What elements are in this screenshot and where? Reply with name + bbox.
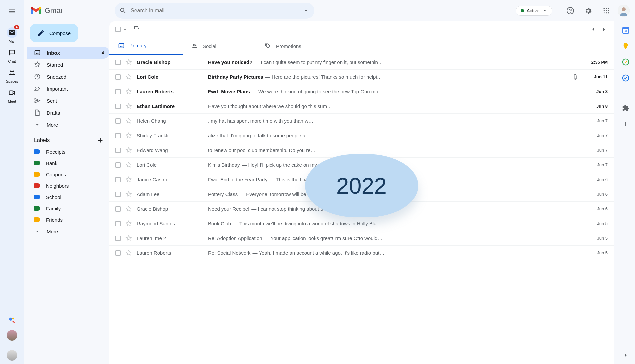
star-button[interactable] [125,176,132,183]
email-row[interactable]: Helen Chang , my hat has spent more time… [109,114,614,128]
star-button[interactable] [125,220,132,227]
collapse-side-panel[interactable] [622,351,630,359]
star-button[interactable] [125,206,132,212]
presence-avatar-2[interactable] [7,350,17,361]
star-button[interactable] [125,147,132,154]
star-button[interactable] [125,88,132,95]
star-button[interactable] [125,162,132,168]
menu-button[interactable] [4,3,20,19]
nav-starred[interactable]: Starred [27,59,109,71]
addons-app[interactable] [622,104,630,112]
subject-snippet: Fwd: Movie Plans — We were thinking of g… [208,89,580,94]
nav-snoozed[interactable]: Snoozed [27,71,109,83]
help-button[interactable] [564,4,577,17]
status-chip[interactable]: Active [516,6,552,16]
star-button[interactable] [125,74,132,80]
email-row[interactable]: Lauren Roberts Re: Social Network — Yeah… [109,246,614,260]
row-checkbox[interactable] [115,221,121,226]
row-checkbox[interactable] [115,118,121,124]
star-button[interactable] [125,235,132,242]
calendar-icon: 31 [622,26,630,34]
apps-button[interactable] [600,4,613,17]
svg-point-23 [266,44,267,45]
sender: Lori Cole [137,74,203,80]
label-bank[interactable]: Bank [27,157,109,169]
nav-important[interactable]: Important [27,83,109,95]
tab-promotions[interactable]: Promotions [256,37,329,55]
add-label-button[interactable] [97,137,104,144]
keep-app[interactable] [622,42,630,50]
label-neighbors[interactable]: Neighbors [27,180,109,191]
labels-header: Labels [34,137,50,143]
nav-drafts[interactable]: Drafts [27,107,109,119]
email-row[interactable]: Gracie Bishop Have you noticed? — I can'… [109,55,614,70]
search-input[interactable] [131,8,298,14]
select-all-checkbox[interactable] [115,27,121,32]
star-button[interactable] [125,59,132,66]
email-row[interactable]: Raymond Santos Book Club — This month we… [109,216,614,231]
star-button[interactable] [125,250,132,256]
menu-icon [8,8,16,15]
mini-rail-meet[interactable]: Meet [2,85,22,105]
tab-social[interactable]: Social [183,37,256,55]
row-checkbox[interactable] [115,133,121,138]
email-row[interactable]: Shirley Frankli alize that. I'm going to… [109,128,614,143]
toolbar [109,21,614,37]
star-icon [125,220,132,227]
nav-inbox[interactable]: Inbox 4 [27,47,109,59]
labels-more[interactable]: More [27,225,109,237]
compose-button[interactable]: Compose [30,24,78,42]
row-checkbox[interactable] [115,89,121,94]
email-row[interactable]: Lori Cole Birthday Party Pictures — Here… [109,70,614,84]
star-button[interactable] [125,118,132,124]
contacts-icon[interactable] [8,317,16,324]
label-school[interactable]: School [27,191,109,203]
next-page-button[interactable] [600,26,608,33]
email-row[interactable]: Ethan Lattimore Have you thought about w… [109,99,614,114]
mini-rail-spaces[interactable]: Spaces [2,65,22,85]
email-row[interactable]: Lauren Roberts Fwd: Movie Plans — We wer… [109,84,614,99]
row-checkbox[interactable] [115,236,121,241]
select-dropdown-icon[interactable] [122,26,128,32]
calendar-app[interactable]: 31 [622,26,630,34]
row-checkbox[interactable] [115,74,121,80]
mini-rail-chat[interactable]: Chat [2,45,22,65]
star-button[interactable] [125,191,132,198]
row-checkbox[interactable] [115,162,121,168]
account-avatar[interactable] [618,5,630,17]
tasks-app[interactable] [622,58,630,66]
prev-page-button[interactable] [590,26,597,33]
row-checkbox[interactable] [115,60,121,65]
search-bar[interactable] [115,3,314,19]
row-checkbox[interactable] [115,177,121,182]
nav-label: Drafts [47,110,60,116]
svg-text:31: 31 [624,29,628,33]
refresh-button[interactable] [133,26,140,33]
nav-more[interactable]: More [27,119,109,131]
star-button[interactable] [125,103,132,110]
star-button[interactable] [125,132,132,139]
label-friends[interactable]: Friends [27,214,109,225]
nav-label: Inbox [47,50,60,56]
chevron-right-icon [622,352,629,359]
search-options-icon[interactable] [302,7,310,14]
label-family[interactable]: Family [27,203,109,214]
logo-area[interactable]: Gmail [27,6,109,15]
row-checkbox[interactable] [115,250,121,256]
label-receipts[interactable]: Receipts [27,146,109,157]
row-checkbox[interactable] [115,148,121,153]
extension-icon [622,104,629,112]
contacts-app[interactable] [622,74,630,82]
mini-rail-mail[interactable]: Mail 4 [2,25,22,45]
settings-button[interactable] [582,4,595,17]
nav-sent[interactable]: Sent [27,95,109,107]
tab-primary[interactable]: Primary [109,37,183,55]
row-checkbox[interactable] [115,192,121,197]
label-coupons[interactable]: Coupons [27,169,109,180]
email-row[interactable]: Lauren, me 2 Re: Adoption Application — … [109,231,614,246]
row-checkbox[interactable] [115,206,121,212]
get-addons[interactable] [622,120,630,128]
row-checkbox[interactable] [115,104,121,109]
svg-point-11 [606,10,607,11]
presence-avatar-1[interactable] [7,330,17,341]
